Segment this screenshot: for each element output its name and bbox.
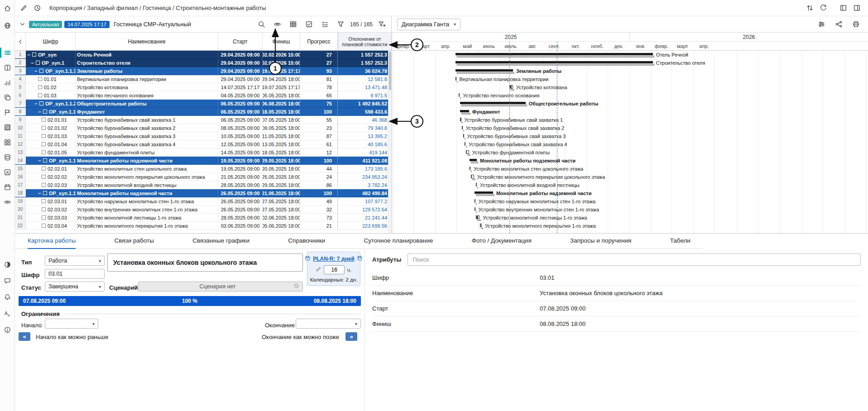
collapse-toggle[interactable]: − bbox=[34, 101, 38, 106]
gantt-bar[interactable] bbox=[472, 179, 475, 180]
history-icon[interactable] bbox=[30, 1, 44, 15]
table-row[interactable]: 2202.03.04Устройство монолитного перекры… bbox=[15, 222, 392, 230]
visibility-icon[interactable] bbox=[271, 18, 284, 31]
table-columns-icon[interactable] bbox=[287, 18, 300, 31]
row-checkbox[interactable] bbox=[42, 207, 46, 211]
printer-icon[interactable] bbox=[849, 18, 863, 31]
pencil-icon[interactable] bbox=[17, 1, 30, 15]
comment-icon[interactable] bbox=[0, 273, 15, 288]
column-header-start[interactable]: Старт bbox=[218, 33, 263, 50]
panel-right-icon[interactable] bbox=[850, 1, 863, 15]
gantt-bar[interactable] bbox=[461, 122, 462, 123]
table-row[interactable]: 401.01Вертикальная планировка территории… bbox=[15, 75, 392, 83]
gantt-bar[interactable] bbox=[477, 187, 478, 188]
gantt-bar[interactable] bbox=[476, 194, 494, 196]
table-row[interactable]: 1702.02.03Устройство монолитной входной … bbox=[15, 181, 392, 189]
gantt-bar[interactable] bbox=[463, 130, 464, 131]
gantt-bar[interactable] bbox=[459, 93, 460, 97]
search-icon[interactable] bbox=[255, 18, 269, 31]
contrast-icon[interactable] bbox=[0, 257, 15, 272]
row-checkbox[interactable] bbox=[38, 77, 42, 81]
table-row[interactable]: 18−OP_syn.1.1.2Монолитные работы надземн… bbox=[15, 189, 392, 197]
table-row[interactable]: 1502.02.01Устройство монолитных стен цок… bbox=[15, 165, 392, 173]
tab-timesheets[interactable]: Табели bbox=[670, 234, 691, 249]
table-row[interactable]: 1−OP_synОтель Речной29.04.2025 09:0002.0… bbox=[15, 51, 392, 59]
row-checkbox[interactable] bbox=[32, 53, 36, 57]
gantt-bar[interactable] bbox=[456, 69, 513, 72]
tab-work-links[interactable]: Связи работы bbox=[115, 234, 154, 249]
flag-icon[interactable] bbox=[0, 105, 15, 120]
row-checkbox[interactable] bbox=[42, 126, 46, 130]
gantt-bar[interactable] bbox=[465, 142, 465, 146]
grid-icon[interactable] bbox=[0, 135, 15, 150]
table-row[interactable]: 2−OP_syn.1Строительство отеля29.04.2025 … bbox=[15, 59, 392, 67]
sliders-icon[interactable] bbox=[815, 18, 828, 31]
gantt-bar[interactable] bbox=[481, 228, 483, 229]
row-checkbox[interactable] bbox=[42, 224, 46, 228]
list-icon[interactable] bbox=[0, 45, 15, 60]
row-checkbox[interactable] bbox=[42, 150, 46, 154]
row-checkbox[interactable] bbox=[42, 134, 46, 138]
constraint-finish-select[interactable]: ▾ bbox=[296, 319, 361, 329]
column-header-progress[interactable]: Прогресс bbox=[300, 33, 338, 50]
gantt-bar[interactable] bbox=[476, 183, 477, 186]
collapse-toggle[interactable]: − bbox=[38, 158, 41, 163]
translate-icon[interactable]: Aя bbox=[0, 306, 15, 321]
table-row[interactable]: 1302.01.05Устройство фундаментной плиты1… bbox=[15, 148, 392, 157]
collapse-tree-icon[interactable] bbox=[18, 18, 27, 31]
gantt-bar[interactable] bbox=[456, 53, 653, 55]
gantt-bar[interactable] bbox=[471, 171, 472, 172]
gantt-bar[interactable] bbox=[476, 203, 477, 205]
jump-to-start-button[interactable]: « bbox=[19, 332, 30, 341]
row-checkbox[interactable] bbox=[42, 175, 46, 179]
gantt-bar[interactable] bbox=[460, 102, 525, 104]
view-selector[interactable]: Диаграмма Ганта▾ bbox=[397, 19, 460, 30]
status-select[interactable]: Завершена▾ bbox=[45, 282, 105, 292]
gantt-bar[interactable] bbox=[465, 138, 465, 139]
collapse-columns-icon[interactable] bbox=[17, 38, 24, 45]
copy-icon[interactable] bbox=[0, 90, 15, 105]
row-checkbox[interactable] bbox=[42, 215, 46, 220]
refresh-icon[interactable] bbox=[816, 1, 830, 15]
type-select[interactable]: Работа▾ bbox=[45, 256, 105, 266]
home-icon[interactable] bbox=[0, 1, 15, 16]
vertical-scrollbar[interactable] bbox=[388, 51, 392, 233]
row-checkbox[interactable] bbox=[36, 61, 40, 65]
jump-to-finish-button[interactable]: » bbox=[345, 332, 357, 341]
gantt-bar[interactable] bbox=[466, 146, 467, 148]
scrollbar-thumb[interactable] bbox=[389, 52, 391, 90]
row-checkbox[interactable] bbox=[42, 118, 46, 122]
tab-references[interactable]: Справочники bbox=[288, 234, 325, 249]
tab-work-card[interactable]: Карточка работы bbox=[28, 234, 76, 249]
gantt-bar[interactable] bbox=[475, 191, 493, 194]
globe-icon[interactable] bbox=[0, 18, 15, 33]
table-row[interactable]: 601.03Устройство песчаного основания04.0… bbox=[15, 91, 392, 100]
table-row[interactable]: 7−OP_syn.1.1.2Общестроительные работы06.… bbox=[15, 100, 392, 108]
gantt-bar[interactable] bbox=[509, 85, 513, 89]
gantt-bar[interactable] bbox=[460, 110, 469, 112]
row-checkbox[interactable] bbox=[42, 199, 46, 203]
filter-clear-icon[interactable] bbox=[375, 18, 388, 31]
table-row[interactable]: 1102.01.03Устройство буронабивных свай з… bbox=[15, 132, 392, 140]
gantt-bar[interactable] bbox=[480, 224, 482, 227]
swap-vertical-icon[interactable] bbox=[803, 1, 816, 15]
table-row[interactable]: 2002.03.02Устройство внутренних монолитн… bbox=[15, 206, 392, 214]
gantt-bar[interactable] bbox=[461, 105, 527, 106]
gantt-bar[interactable] bbox=[456, 61, 653, 63]
database-icon[interactable] bbox=[0, 150, 15, 165]
gantt-bar[interactable] bbox=[460, 118, 461, 121]
collapse-toggle[interactable]: − bbox=[27, 52, 30, 57]
bell-icon[interactable] bbox=[0, 290, 15, 305]
column-header-deviation[interactable]: Отклонение от плановой стоимости bbox=[338, 33, 392, 50]
gantt-bar[interactable] bbox=[476, 215, 480, 219]
panel-left-icon[interactable] bbox=[836, 1, 850, 15]
code-input[interactable] bbox=[45, 269, 105, 279]
gantt-bar[interactable] bbox=[475, 207, 475, 211]
gantt-bar[interactable] bbox=[461, 113, 470, 115]
board-icon[interactable] bbox=[0, 60, 15, 75]
table-row[interactable]: 14−OP_syn.1.1.2Монолитные работы подземн… bbox=[15, 157, 392, 165]
tab-requests[interactable]: Запросы и поручения bbox=[570, 234, 631, 249]
gantt-bar[interactable] bbox=[463, 134, 464, 138]
text-a-icon[interactable]: A bbox=[0, 165, 15, 180]
table-row[interactable]: 8−OP_syn.1.1.2Фундамент06.05.2025 09:001… bbox=[15, 108, 392, 116]
